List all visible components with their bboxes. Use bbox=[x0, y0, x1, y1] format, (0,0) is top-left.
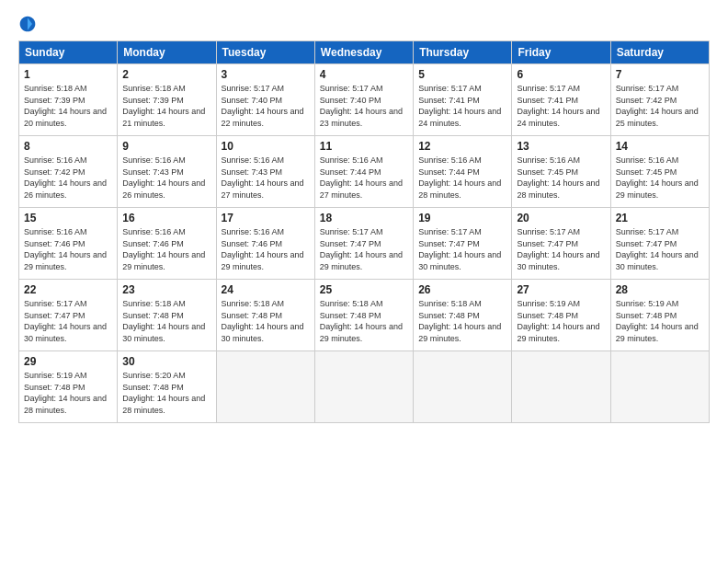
calendar-cell: 8 Sunrise: 5:16 AM Sunset: 7:42 PM Dayli… bbox=[19, 136, 118, 208]
day-header-wednesday: Wednesday bbox=[314, 41, 413, 64]
day-info: Sunrise: 5:17 AM Sunset: 7:41 PM Dayligh… bbox=[517, 83, 605, 129]
day-number: 24 bbox=[222, 283, 310, 296]
day-info: Sunrise: 5:17 AM Sunset: 7:47 PM Dayligh… bbox=[320, 226, 408, 272]
day-info: Sunrise: 5:18 AM Sunset: 7:39 PM Dayligh… bbox=[122, 83, 210, 129]
calendar-cell: 23 Sunrise: 5:18 AM Sunset: 7:48 PM Dayl… bbox=[118, 280, 216, 351]
day-number: 8 bbox=[24, 140, 112, 153]
day-info: Sunrise: 5:16 AM Sunset: 7:45 PM Dayligh… bbox=[517, 155, 605, 201]
day-number: 22 bbox=[24, 283, 112, 296]
calendar-cell: 10 Sunrise: 5:16 AM Sunset: 7:43 PM Dayl… bbox=[216, 136, 314, 208]
day-header-sunday: Sunday bbox=[19, 41, 118, 64]
day-info: Sunrise: 5:17 AM Sunset: 7:47 PM Dayligh… bbox=[24, 298, 112, 344]
day-number: 12 bbox=[418, 140, 506, 153]
day-number: 27 bbox=[517, 283, 605, 296]
week-row-1: 1 Sunrise: 5:18 AM Sunset: 7:39 PM Dayli… bbox=[19, 64, 710, 136]
calendar-cell: 1 Sunrise: 5:18 AM Sunset: 7:39 PM Dayli… bbox=[19, 64, 118, 136]
calendar-cell: 28 Sunrise: 5:19 AM Sunset: 7:48 PM Dayl… bbox=[610, 280, 709, 351]
header bbox=[18, 15, 710, 33]
day-number: 15 bbox=[24, 212, 112, 224]
day-info: Sunrise: 5:19 AM Sunset: 7:48 PM Dayligh… bbox=[517, 298, 605, 344]
day-info: Sunrise: 5:16 AM Sunset: 7:42 PM Dayligh… bbox=[24, 155, 112, 201]
week-row-3: 15 Sunrise: 5:16 AM Sunset: 7:46 PM Dayl… bbox=[19, 208, 710, 280]
calendar: SundayMondayTuesdayWednesdayThursdayFrid… bbox=[18, 40, 710, 423]
day-info: Sunrise: 5:18 AM Sunset: 7:48 PM Dayligh… bbox=[122, 298, 210, 344]
day-number: 13 bbox=[517, 140, 605, 153]
calendar-cell: 4 Sunrise: 5:17 AM Sunset: 7:40 PM Dayli… bbox=[314, 64, 413, 136]
week-row-5: 29 Sunrise: 5:19 AM Sunset: 7:48 PM Dayl… bbox=[19, 351, 710, 423]
calendar-cell: 15 Sunrise: 5:16 AM Sunset: 7:46 PM Dayl… bbox=[19, 208, 118, 280]
calendar-cell: 6 Sunrise: 5:17 AM Sunset: 7:41 PM Dayli… bbox=[512, 64, 610, 136]
calendar-cell bbox=[216, 351, 314, 423]
calendar-cell: 20 Sunrise: 5:17 AM Sunset: 7:47 PM Dayl… bbox=[512, 208, 610, 280]
calendar-cell bbox=[414, 351, 512, 423]
day-info: Sunrise: 5:17 AM Sunset: 7:42 PM Dayligh… bbox=[616, 83, 704, 129]
day-info: Sunrise: 5:18 AM Sunset: 7:39 PM Dayligh… bbox=[24, 83, 112, 129]
day-info: Sunrise: 5:16 AM Sunset: 7:46 PM Dayligh… bbox=[222, 226, 310, 272]
day-info: Sunrise: 5:17 AM Sunset: 7:41 PM Dayligh… bbox=[418, 83, 506, 129]
day-number: 4 bbox=[320, 68, 408, 81]
calendar-cell: 11 Sunrise: 5:16 AM Sunset: 7:44 PM Dayl… bbox=[314, 136, 413, 208]
day-number: 16 bbox=[122, 212, 210, 224]
calendar-cell: 27 Sunrise: 5:19 AM Sunset: 7:48 PM Dayl… bbox=[512, 280, 610, 351]
day-number: 3 bbox=[222, 68, 310, 81]
day-number: 2 bbox=[122, 68, 210, 81]
day-number: 25 bbox=[320, 283, 408, 296]
calendar-cell bbox=[610, 351, 709, 423]
calendar-cell: 30 Sunrise: 5:20 AM Sunset: 7:48 PM Dayl… bbox=[118, 351, 216, 423]
calendar-cell: 13 Sunrise: 5:16 AM Sunset: 7:45 PM Dayl… bbox=[512, 136, 610, 208]
day-header-tuesday: Tuesday bbox=[216, 41, 314, 64]
day-number: 20 bbox=[517, 212, 605, 224]
day-number: 18 bbox=[320, 212, 408, 224]
day-number: 28 bbox=[616, 283, 704, 296]
day-number: 26 bbox=[418, 283, 506, 296]
day-info: Sunrise: 5:18 AM Sunset: 7:48 PM Dayligh… bbox=[418, 298, 506, 344]
calendar-cell: 25 Sunrise: 5:18 AM Sunset: 7:48 PM Dayl… bbox=[314, 280, 413, 351]
day-info: Sunrise: 5:18 AM Sunset: 7:48 PM Dayligh… bbox=[320, 298, 408, 344]
logo bbox=[18, 15, 40, 33]
calendar-cell: 24 Sunrise: 5:18 AM Sunset: 7:48 PM Dayl… bbox=[216, 280, 314, 351]
day-info: Sunrise: 5:18 AM Sunset: 7:48 PM Dayligh… bbox=[222, 298, 310, 344]
day-number: 11 bbox=[320, 140, 408, 153]
day-info: Sunrise: 5:16 AM Sunset: 7:46 PM Dayligh… bbox=[122, 226, 210, 272]
day-info: Sunrise: 5:17 AM Sunset: 7:40 PM Dayligh… bbox=[320, 83, 408, 129]
calendar-cell: 21 Sunrise: 5:17 AM Sunset: 7:47 PM Dayl… bbox=[610, 208, 709, 280]
day-number: 14 bbox=[616, 140, 704, 153]
day-number: 1 bbox=[24, 68, 112, 81]
calendar-cell: 5 Sunrise: 5:17 AM Sunset: 7:41 PM Dayli… bbox=[414, 64, 512, 136]
calendar-cell: 7 Sunrise: 5:17 AM Sunset: 7:42 PM Dayli… bbox=[610, 64, 709, 136]
calendar-cell: 3 Sunrise: 5:17 AM Sunset: 7:40 PM Dayli… bbox=[216, 64, 314, 136]
day-header-thursday: Thursday bbox=[414, 41, 512, 64]
day-info: Sunrise: 5:16 AM Sunset: 7:43 PM Dayligh… bbox=[222, 155, 310, 201]
calendar-cell bbox=[512, 351, 610, 423]
day-header-monday: Monday bbox=[118, 41, 216, 64]
day-header-friday: Friday bbox=[512, 41, 610, 64]
day-info: Sunrise: 5:17 AM Sunset: 7:47 PM Dayligh… bbox=[616, 226, 704, 272]
day-info: Sunrise: 5:16 AM Sunset: 7:46 PM Dayligh… bbox=[24, 226, 112, 272]
day-info: Sunrise: 5:17 AM Sunset: 7:40 PM Dayligh… bbox=[222, 83, 310, 129]
calendar-cell: 22 Sunrise: 5:17 AM Sunset: 7:47 PM Dayl… bbox=[19, 280, 118, 351]
calendar-cell: 26 Sunrise: 5:18 AM Sunset: 7:48 PM Dayl… bbox=[414, 280, 512, 351]
day-info: Sunrise: 5:16 AM Sunset: 7:44 PM Dayligh… bbox=[418, 155, 506, 201]
calendar-cell: 17 Sunrise: 5:16 AM Sunset: 7:46 PM Dayl… bbox=[216, 208, 314, 280]
calendar-cell bbox=[314, 351, 413, 423]
calendar-cell: 19 Sunrise: 5:17 AM Sunset: 7:47 PM Dayl… bbox=[414, 208, 512, 280]
day-info: Sunrise: 5:17 AM Sunset: 7:47 PM Dayligh… bbox=[517, 226, 605, 272]
day-number: 30 bbox=[122, 355, 210, 368]
day-number: 19 bbox=[418, 212, 506, 224]
day-number: 9 bbox=[122, 140, 210, 153]
day-info: Sunrise: 5:16 AM Sunset: 7:45 PM Dayligh… bbox=[616, 155, 704, 201]
day-number: 10 bbox=[222, 140, 310, 153]
calendar-cell: 2 Sunrise: 5:18 AM Sunset: 7:39 PM Dayli… bbox=[118, 64, 216, 136]
day-number: 21 bbox=[616, 212, 704, 224]
logo-icon bbox=[18, 15, 37, 33]
day-header-saturday: Saturday bbox=[610, 41, 709, 64]
day-info: Sunrise: 5:16 AM Sunset: 7:44 PM Dayligh… bbox=[320, 155, 408, 201]
calendar-cell: 14 Sunrise: 5:16 AM Sunset: 7:45 PM Dayl… bbox=[610, 136, 709, 208]
day-info: Sunrise: 5:19 AM Sunset: 7:48 PM Dayligh… bbox=[616, 298, 704, 344]
day-number: 7 bbox=[616, 68, 704, 81]
day-info: Sunrise: 5:16 AM Sunset: 7:43 PM Dayligh… bbox=[122, 155, 210, 201]
week-row-4: 22 Sunrise: 5:17 AM Sunset: 7:47 PM Dayl… bbox=[19, 280, 710, 351]
week-row-2: 8 Sunrise: 5:16 AM Sunset: 7:42 PM Dayli… bbox=[19, 136, 710, 208]
day-number: 23 bbox=[122, 283, 210, 296]
page: SundayMondayTuesdayWednesdayThursdayFrid… bbox=[0, 0, 728, 563]
